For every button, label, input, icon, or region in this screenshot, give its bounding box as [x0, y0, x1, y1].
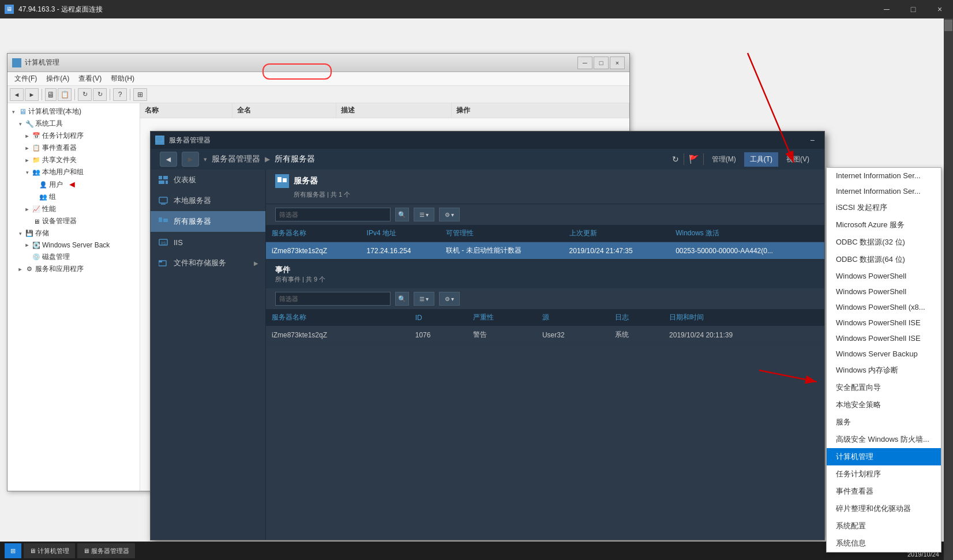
dropdown-item-11[interactable]: Windows Server Backup: [827, 346, 941, 362]
dropdown-item-9[interactable]: Windows PowerShell ISE: [827, 315, 941, 330]
tree-performance[interactable]: ► 📈 性能: [21, 203, 140, 215]
tree-toggle-sys[interactable]: ▾: [17, 121, 24, 127]
tree-toggle-sf[interactable]: ►: [24, 157, 31, 164]
dropdown-item-7[interactable]: Windows PowerShell: [827, 284, 941, 299]
toolbar-btn-5[interactable]: ↻: [93, 88, 107, 101]
taskbar-cm-btn[interactable]: 🖥 计算机管理: [24, 543, 75, 558]
menu-file[interactable]: 文件(F): [10, 73, 42, 85]
tree-local-users[interactable]: ▾ 👥 本地用户和组: [21, 166, 140, 178]
dropdown-item-2[interactable]: iSCSI 发起程序: [827, 199, 941, 216]
dropdown-item-12[interactable]: Windows 内存诊断: [827, 362, 941, 379]
cm-minimize-btn[interactable]: ─: [577, 57, 592, 69]
menu-action[interactable]: 操作(A): [42, 73, 74, 85]
sm-close-btn[interactable]: −: [805, 134, 820, 146]
tree-users[interactable]: 👤 用户 ◄: [28, 178, 140, 191]
scrollbar-thumb[interactable]: [944, 20, 952, 31]
col-server-name[interactable]: 服务器名称: [266, 225, 361, 242]
dropdown-item-22[interactable]: 系统信息: [827, 535, 941, 552]
toolbar-forward-btn[interactable]: ►: [25, 88, 39, 101]
tree-root[interactable]: ▾ 🖥 计算机管理(本地): [7, 106, 140, 118]
dropdown-item-3[interactable]: Microsoft Azure 服务: [827, 216, 941, 234]
events-view-btn[interactable]: ☰ ▾: [414, 292, 434, 306]
evt-col-id[interactable]: ID: [410, 309, 467, 326]
dropdown-item-5[interactable]: ODBC 数据源(64 位): [827, 251, 941, 268]
servers-view-btn[interactable]: ☰ ▾: [414, 208, 434, 221]
breadcrumb-dropdown-btn[interactable]: ▾: [204, 156, 207, 163]
evt-col-log[interactable]: 日志: [609, 309, 663, 326]
sm-menu-tools[interactable]: 工具(T): [744, 152, 778, 167]
servers-action-btn[interactable]: ⚙ ▾: [439, 208, 460, 221]
dropdown-item-21[interactable]: 系统配置: [827, 517, 941, 535]
dropdown-item-15[interactable]: 服务: [827, 414, 941, 431]
events-filter-input[interactable]: [275, 292, 391, 306]
sm-nav-file-storage[interactable]: 文件和存储服务 ▶: [151, 253, 265, 273]
tree-toggle-lu[interactable]: ▾: [24, 169, 31, 176]
sm-nav-dashboard[interactable]: 仪表板: [151, 170, 265, 190]
toolbar-btn-6[interactable]: ?: [113, 88, 127, 101]
event-row-0[interactable]: iZme873kte1s2qZ 1076 警告 User32 系统 2019/1…: [266, 326, 824, 344]
tree-toggle-st[interactable]: ▾: [17, 230, 24, 237]
tree-toggle-sa[interactable]: ►: [17, 266, 24, 273]
tree-services-apps[interactable]: ► ⚙ 服务和应用程序: [14, 263, 140, 275]
col-windows-activation[interactable]: Windows 激活: [670, 225, 824, 242]
toolbar-btn-7[interactable]: ⊞: [133, 88, 147, 101]
col-manageability[interactable]: 可管理性: [440, 225, 564, 242]
tree-device-mgr[interactable]: 🖥 设备管理器: [21, 215, 140, 227]
dropdown-item-1[interactable]: Internet Information Ser...: [827, 183, 941, 199]
toolbar-back-btn[interactable]: ◄: [10, 88, 24, 101]
sm-menu-manage[interactable]: 管理(M): [706, 152, 742, 167]
taskbar-start-btn[interactable]: ⊞: [5, 543, 21, 558]
dropdown-item-14[interactable]: 本地安全策略: [827, 396, 941, 414]
servers-filter-input[interactable]: [275, 208, 391, 221]
col-header-desc[interactable]: 描述: [336, 103, 452, 118]
right-scrollbar[interactable]: [944, 18, 953, 560]
evt-col-datetime[interactable]: 日期和时间: [663, 309, 824, 326]
dropdown-item-10[interactable]: Windows PowerShell ISE: [827, 330, 941, 346]
evt-col-name[interactable]: 服务器名称: [266, 309, 410, 326]
tree-storage[interactable]: ▾ 💾 存储: [14, 227, 140, 239]
sm-menu-view[interactable]: 视图(V): [781, 152, 815, 167]
evt-col-source[interactable]: 源: [536, 309, 609, 326]
rdp-close-btn[interactable]: ×: [926, 0, 953, 18]
dropdown-item-17[interactable]: 计算机管理: [827, 448, 941, 465]
dropdown-item-18[interactable]: 任务计划程序: [827, 465, 941, 483]
sm-nav-all-servers[interactable]: 所有服务器: [151, 211, 265, 232]
rdp-minimize-btn[interactable]: ─: [873, 0, 900, 18]
nav-expand-icon[interactable]: ▶: [254, 260, 258, 266]
rdp-restore-btn[interactable]: □: [900, 0, 926, 18]
dropdown-item-16[interactable]: 高级安全 Windows 防火墙...: [827, 431, 941, 448]
taskbar-sm-btn[interactable]: 🖥 服务器管理器: [77, 543, 135, 558]
col-server-ip[interactable]: IPv4 地址: [361, 225, 440, 242]
dropdown-item-0[interactable]: Internet Information Ser...: [827, 168, 941, 183]
dropdown-item-6[interactable]: Windows PowerShell: [827, 268, 941, 284]
dropdown-item-8[interactable]: Windows PowerShell (x8...: [827, 299, 941, 315]
tree-toggle-ts[interactable]: ►: [24, 133, 31, 140]
tree-groups[interactable]: 👥 组: [28, 191, 140, 203]
menu-view[interactable]: 查看(V): [74, 73, 106, 85]
dropdown-item-19[interactable]: 事件查看器: [827, 483, 941, 500]
tree-system-tools[interactable]: ▾ 🔧 系统工具: [14, 118, 140, 130]
tree-event-viewer[interactable]: ► 📋 事件查看器: [21, 142, 140, 154]
sm-refresh-btn[interactable]: ↻: [672, 155, 679, 164]
cm-close-btn[interactable]: ×: [610, 57, 625, 69]
evt-col-severity[interactable]: 严重性: [467, 309, 536, 326]
col-last-update[interactable]: 上次更新: [564, 225, 670, 242]
tree-toggle-p[interactable]: ►: [24, 206, 31, 213]
events-search-btn[interactable]: 🔍: [395, 292, 409, 306]
dropdown-item-4[interactable]: ODBC 数据源(32 位): [827, 234, 941, 251]
toolbar-btn-2[interactable]: 🖥: [45, 88, 57, 101]
dropdown-item-20[interactable]: 碎片整理和优化驱动器: [827, 500, 941, 517]
toolbar-btn-3[interactable]: 📋: [58, 88, 72, 101]
dropdown-item-13[interactable]: 安全配置向导: [827, 379, 941, 396]
sm-back-btn[interactable]: ◄: [160, 152, 177, 167]
sm-flag-btn[interactable]: 🚩: [689, 155, 699, 164]
tree-task-sched[interactable]: ► 📅 任务计划程序: [21, 130, 140, 142]
cm-restore-btn[interactable]: □: [594, 57, 609, 69]
tree-wsb[interactable]: ► 💽 Windows Server Back: [21, 239, 140, 251]
tree-toggle-root[interactable]: ▾: [10, 108, 17, 115]
col-header-fullname[interactable]: 全名: [232, 103, 336, 118]
toolbar-btn-4[interactable]: ↻: [78, 88, 92, 101]
servers-search-btn[interactable]: 🔍: [395, 208, 409, 221]
col-header-name[interactable]: 名称: [140, 103, 232, 118]
server-row-0[interactable]: iZme873kte1s2qZ 172.24.16.254 联机 - 未启动性能…: [266, 242, 824, 260]
